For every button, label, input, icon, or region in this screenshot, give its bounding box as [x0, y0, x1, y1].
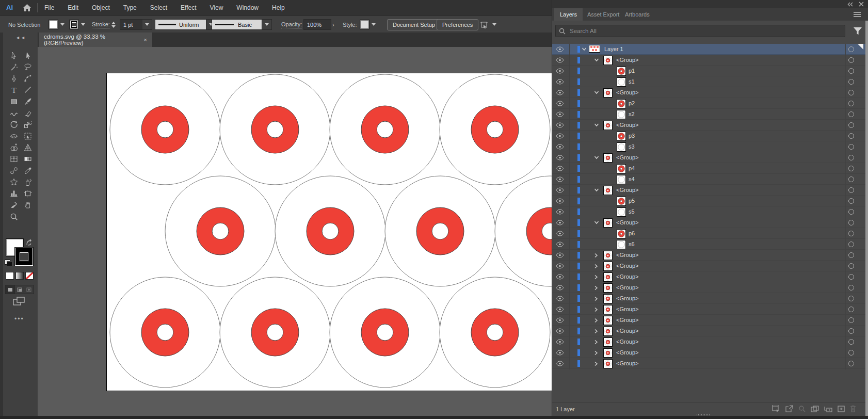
visibility-eye-icon[interactable] — [556, 198, 564, 204]
menu-effect[interactable]: Effect — [181, 4, 196, 11]
stroke-weight-input[interactable]: 1 pt — [120, 19, 144, 30]
layer-thumbnail[interactable] — [589, 45, 600, 53]
layer-label[interactable]: p5 — [629, 198, 635, 204]
visibility-eye-icon[interactable] — [556, 90, 564, 95]
disclosure-right-icon[interactable] — [594, 318, 598, 323]
layer-label[interactable]: s4 — [629, 176, 635, 182]
swap-fill-stroke-icon[interactable] — [25, 239, 33, 246]
visibility-eye-icon[interactable] — [556, 187, 564, 193]
target-circle-icon[interactable] — [848, 328, 854, 334]
width-tool-icon[interactable] — [7, 131, 21, 141]
visibility-eye-icon[interactable] — [556, 231, 564, 236]
layer-thumbnail[interactable] — [603, 56, 613, 65]
gradient-tool-icon[interactable] — [21, 154, 35, 165]
menu-view[interactable]: View — [210, 4, 223, 11]
layer-label[interactable]: <Group> — [616, 122, 638, 128]
pen-tool-icon[interactable] — [7, 73, 21, 84]
disclosure-right-icon[interactable] — [594, 264, 598, 269]
item-row-s5[interactable]: s5 — [552, 206, 866, 217]
delete-selection-icon[interactable] — [850, 405, 856, 412]
group-row[interactable]: <Group> — [552, 250, 866, 261]
draw-normal-mode[interactable] — [5, 285, 15, 294]
disclosure-right-icon[interactable] — [594, 307, 598, 312]
target-circle-icon[interactable] — [848, 176, 854, 182]
layer-label[interactable]: <Group> — [616, 295, 638, 301]
color-mode-gradient[interactable] — [15, 272, 24, 280]
document-setup-button[interactable]: Document Setup — [387, 19, 441, 30]
target-circle-icon[interactable] — [848, 144, 854, 150]
target-circle-icon[interactable] — [848, 231, 854, 236]
menu-type[interactable]: Type — [123, 4, 137, 11]
mesh-tool-icon[interactable] — [7, 154, 21, 165]
artboard-tool-icon[interactable] — [21, 188, 35, 199]
target-circle-icon[interactable] — [848, 209, 854, 215]
target-circle-icon[interactable] — [848, 133, 854, 139]
free-transform-tool-icon[interactable] — [21, 131, 35, 141]
target-circle-icon[interactable] — [848, 317, 854, 323]
target-circle-icon[interactable] — [848, 296, 854, 301]
item-row-p1[interactable]: p1 — [552, 66, 866, 76]
perspective-grid-tool-icon[interactable] — [21, 142, 35, 153]
visibility-eye-icon[interactable] — [556, 339, 564, 345]
item-row-s2[interactable]: s2 — [552, 109, 866, 120]
brush-select[interactable]: Basic — [212, 19, 262, 30]
layer-thumbnail[interactable] — [603, 283, 613, 293]
group-row[interactable]: <Group> — [552, 326, 866, 336]
layer-thumbnail[interactable] — [603, 218, 613, 228]
blend-tool-icon[interactable] — [7, 165, 21, 176]
disclosure-down-icon[interactable] — [594, 155, 599, 159]
panel-resize-grip[interactable] — [697, 414, 710, 415]
visibility-eye-icon[interactable] — [556, 296, 564, 301]
item-row-s3[interactable]: s3 — [552, 141, 866, 152]
collapse-tools-icon[interactable]: ◄◄ — [15, 35, 26, 40]
scale-tool-icon[interactable] — [21, 119, 35, 130]
visibility-eye-icon[interactable] — [556, 274, 564, 280]
cd-hole[interactable] — [212, 223, 229, 239]
visibility-eye-icon[interactable] — [556, 209, 564, 215]
target-circle-icon[interactable] — [848, 339, 854, 345]
layer-thumbnail[interactable] — [617, 142, 626, 152]
target-circle-icon[interactable] — [848, 122, 854, 128]
layer-thumbnail[interactable] — [603, 121, 613, 130]
disclosure-right-icon[interactable] — [594, 275, 598, 280]
visibility-eye-icon[interactable] — [556, 101, 564, 106]
layer-thumbnail[interactable] — [603, 305, 613, 314]
group-row[interactable]: <Group> — [552, 217, 866, 228]
export-selection-icon[interactable] — [785, 405, 793, 412]
layer-label[interactable]: p4 — [629, 165, 635, 171]
target-circle-icon[interactable] — [848, 285, 854, 291]
disclosure-right-icon[interactable] — [594, 329, 598, 334]
layer-thumbnail[interactable] — [603, 272, 613, 282]
target-circle-icon[interactable] — [848, 155, 854, 160]
layer-label[interactable]: p1 — [629, 68, 635, 74]
group-row[interactable]: <Group> — [552, 293, 866, 304]
group-row[interactable]: <Group> — [552, 304, 866, 315]
target-circle-icon[interactable] — [848, 220, 854, 225]
stroke-label[interactable]: Stroke: — [92, 21, 110, 28]
cd-hole[interactable] — [267, 324, 283, 341]
layer-thumbnail[interactable] — [603, 348, 613, 358]
layer-label[interactable]: <Group> — [616, 306, 638, 312]
layer-thumbnail[interactable] — [617, 164, 626, 173]
draw-inside-mode[interactable] — [24, 285, 34, 294]
disclosure-right-icon[interactable] — [594, 296, 598, 301]
home-icon[interactable] — [23, 4, 31, 12]
visibility-eye-icon[interactable] — [556, 317, 564, 323]
preferences-button[interactable]: Preferences — [437, 19, 478, 30]
layer-label[interactable]: <Group> — [616, 284, 638, 291]
group-row[interactable]: <Group> — [552, 282, 866, 293]
target-circle-icon[interactable] — [848, 79, 854, 85]
layer-thumbnail[interactable] — [617, 110, 626, 119]
column-graph-tool-icon[interactable] — [7, 188, 21, 199]
target-circle-icon[interactable] — [848, 263, 854, 269]
opacity-more-button[interactable]: › — [332, 16, 334, 33]
layer-label[interactable]: s5 — [629, 208, 635, 215]
target-circle-icon[interactable] — [848, 361, 854, 366]
target-circle-icon[interactable] — [848, 350, 854, 356]
item-row-p4[interactable]: p4 — [552, 163, 866, 174]
color-mode-color[interactable] — [6, 272, 14, 280]
slice-tool-icon[interactable] — [7, 200, 21, 211]
make-clipping-mask-icon[interactable] — [811, 406, 819, 412]
target-circle-icon[interactable] — [848, 307, 854, 312]
cd-hole[interactable] — [157, 121, 173, 138]
